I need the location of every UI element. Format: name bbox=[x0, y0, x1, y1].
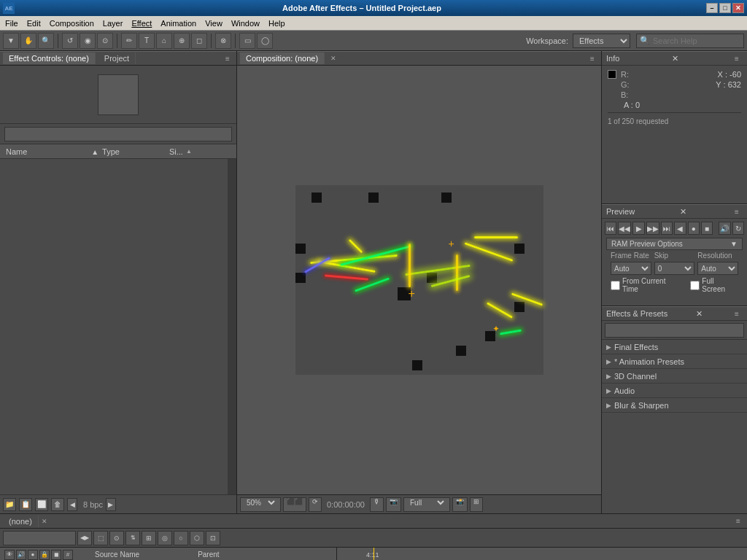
prev-back-btn[interactable]: ◀◀ bbox=[618, 222, 631, 235]
tool-zoom[interactable]: 🔍 bbox=[38, 33, 54, 49]
tool-shape-rect[interactable]: ▭ bbox=[239, 33, 255, 49]
prev-loop-btn[interactable]: ↻ bbox=[732, 222, 744, 235]
menu-view[interactable]: View bbox=[201, 18, 226, 28]
resolution-select[interactable]: Auto Full Half bbox=[697, 262, 738, 275]
from-current-time-checkbox[interactable] bbox=[611, 281, 620, 290]
timeline-tab-close[interactable]: ✕ bbox=[42, 518, 47, 525]
menu-effect[interactable]: Effect bbox=[128, 18, 155, 28]
panel-menu-button[interactable]: ≡ bbox=[222, 52, 233, 64]
tl-eye-icon[interactable]: 👁 bbox=[4, 550, 15, 560]
prev-play-btn[interactable]: ▶ bbox=[632, 222, 644, 235]
tl-btn-9[interactable]: ⊡ bbox=[206, 531, 220, 545]
tl-label-icon[interactable]: ◼ bbox=[51, 550, 61, 560]
comp-tab[interactable]: Composition: (none) bbox=[240, 52, 325, 64]
info-panel-menu[interactable]: ≡ bbox=[731, 52, 743, 64]
ram-preview-options-btn[interactable]: RAM Preview Options ▼ bbox=[606, 238, 743, 250]
tool-pin[interactable]: ⊗ bbox=[215, 33, 231, 49]
comp-audio-btn[interactable]: 🎙 bbox=[370, 497, 384, 512]
tool-select[interactable]: ▼ bbox=[3, 33, 19, 49]
tl-btn-1[interactable]: ◀▶ bbox=[77, 531, 92, 545]
comp-panel-menu[interactable]: ≡ bbox=[587, 52, 598, 64]
tool-hand[interactable]: ✋ bbox=[20, 33, 36, 49]
tl-solo-icon[interactable]: ● bbox=[28, 550, 38, 560]
comp-cam-btn[interactable]: 📷 bbox=[386, 497, 401, 512]
preview-panel-close[interactable]: ✕ bbox=[680, 207, 686, 217]
menu-layer[interactable]: Layer bbox=[99, 18, 127, 28]
ep-item-animation-presets[interactable]: ▶ * Animation Presets bbox=[602, 354, 747, 369]
tool-pen[interactable]: ✏ bbox=[121, 33, 137, 49]
ep-item-3d-channel[interactable]: ▶ 3D Channel bbox=[602, 369, 747, 384]
resolution-btn[interactable]: ⬛⬛ bbox=[283, 497, 306, 512]
menu-window[interactable]: Window bbox=[228, 18, 263, 28]
new-folder-btn[interactable]: 📁 bbox=[3, 498, 16, 511]
prev-ram-btn[interactable]: ● bbox=[688, 222, 700, 235]
project-search-input[interactable] bbox=[4, 127, 232, 141]
tl-btn-2[interactable]: ⬚ bbox=[93, 531, 108, 545]
search-help-input[interactable] bbox=[653, 36, 740, 45]
menu-help[interactable]: Help bbox=[265, 18, 289, 28]
close-button[interactable]: ✕ bbox=[732, 3, 744, 13]
tool-text[interactable]: T bbox=[139, 33, 155, 49]
menu-composition[interactable]: Composition bbox=[46, 18, 98, 28]
tl-lock-icon[interactable]: 🔒 bbox=[39, 550, 50, 560]
project-scrollbar[interactable] bbox=[228, 159, 236, 494]
ep-search-input[interactable] bbox=[605, 323, 744, 338]
tool-brush[interactable]: ⌂ bbox=[156, 33, 172, 49]
tl-btn-7[interactable]: ○ bbox=[174, 531, 188, 545]
ep-panel-menu[interactable]: ≡ bbox=[731, 308, 743, 319]
tool-rotation[interactable]: ↺ bbox=[62, 33, 78, 49]
menu-animation[interactable]: Animation bbox=[157, 18, 200, 28]
tab-project[interactable]: Project bbox=[98, 52, 136, 64]
prev-stop-btn[interactable]: ■ bbox=[701, 222, 713, 235]
tool-cam2[interactable]: ⊙ bbox=[97, 33, 113, 49]
comp-quality-select[interactable]: Full Half Quarter bbox=[403, 497, 450, 512]
prev-forward-btn[interactable]: ▶▶ bbox=[646, 222, 659, 235]
tool-stamp[interactable]: ⊕ bbox=[174, 33, 190, 49]
minimize-button[interactable]: – bbox=[706, 3, 718, 13]
prev-first-frame-btn[interactable]: ⏮ bbox=[605, 222, 616, 235]
new-solid-btn[interactable]: ⬜ bbox=[35, 498, 48, 511]
maximize-button[interactable]: □ bbox=[719, 3, 731, 13]
timeline-search-input[interactable] bbox=[3, 531, 76, 545]
tool-eraser[interactable]: ◻ bbox=[191, 33, 207, 49]
comp-info-btn[interactable]: ⟳ bbox=[309, 497, 322, 512]
timeline-comp-tab[interactable]: (none) bbox=[3, 516, 39, 527]
prev-step-back-btn[interactable]: ◀ bbox=[674, 222, 686, 235]
full-screen-checkbox[interactable] bbox=[690, 281, 700, 290]
preview-panel-menu[interactable]: ≡ bbox=[731, 206, 743, 217]
new-comp-btn[interactable]: 📋 bbox=[19, 498, 32, 511]
zoom-options[interactable]: 50% 100% 25% bbox=[244, 498, 277, 508]
tl-audio-icon[interactable]: 🔊 bbox=[16, 550, 26, 560]
comp-snapshot-btn[interactable]: 📸 bbox=[452, 497, 468, 512]
tl-btn-4[interactable]: ⇅ bbox=[125, 531, 140, 545]
prev-frame-btn[interactable]: ◀ bbox=[67, 498, 77, 511]
prev-audio-btn[interactable]: 🔊 bbox=[719, 222, 730, 235]
prev-last-frame-btn[interactable]: ⏭ bbox=[661, 222, 673, 235]
tl-btn-6[interactable]: ◎ bbox=[158, 531, 172, 545]
tool-shape-ellipse[interactable]: ◯ bbox=[257, 33, 273, 49]
tl-btn-5[interactable]: ⊞ bbox=[142, 531, 156, 545]
delete-btn[interactable]: 🗑 bbox=[51, 498, 64, 511]
comp-zoom-select[interactable]: 50% 100% 25% bbox=[240, 497, 281, 512]
tl-num-icon[interactable]: # bbox=[63, 550, 73, 560]
time-cursor[interactable] bbox=[374, 548, 374, 560]
tl-btn-8[interactable]: ⬡ bbox=[190, 531, 204, 545]
timeline-panel-menu[interactable]: ≡ bbox=[732, 516, 744, 527]
quality-options[interactable]: Full Half Quarter bbox=[407, 498, 446, 508]
ep-item-final-effects[interactable]: ▶ Final Effects bbox=[602, 340, 747, 354]
next-frame-btn[interactable]: ▶ bbox=[106, 498, 116, 511]
info-panel-close[interactable]: ✕ bbox=[672, 54, 678, 63]
workspace-select[interactable]: Effects Standard Animation bbox=[573, 34, 630, 48]
skip-select[interactable]: 0 1 2 bbox=[654, 262, 695, 275]
tl-btn-3[interactable]: ⊙ bbox=[109, 531, 124, 545]
comp-grid-btn[interactable]: ⊞ bbox=[470, 497, 483, 512]
ep-panel-close[interactable]: ✕ bbox=[696, 309, 703, 319]
frame-rate-select[interactable]: Auto 24 30 bbox=[611, 262, 651, 275]
comp-close-btn[interactable]: ✕ bbox=[330, 55, 336, 62]
menu-edit[interactable]: Edit bbox=[23, 18, 44, 28]
tab-effect-controls[interactable]: Effect Controls: (none) bbox=[3, 52, 96, 64]
menu-file[interactable]: File bbox=[1, 18, 22, 28]
ep-item-blur-sharpen[interactable]: ▶ Blur & Sharpen bbox=[602, 398, 747, 413]
ep-item-audio[interactable]: ▶ Audio bbox=[602, 384, 747, 398]
tool-cam1[interactable]: ◉ bbox=[80, 33, 96, 49]
